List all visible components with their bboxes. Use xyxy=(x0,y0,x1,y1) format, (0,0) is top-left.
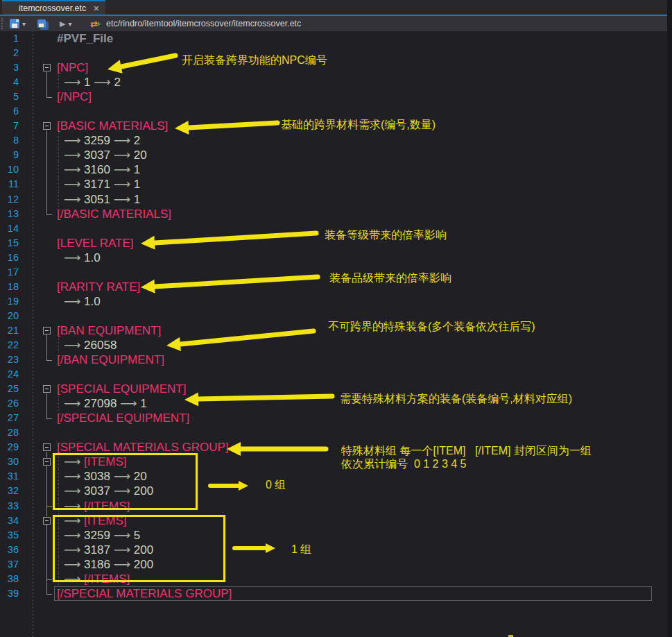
line-number: 18 xyxy=(0,280,19,294)
code-text[interactable]: [RARITY RATE] xyxy=(57,280,140,294)
code-line[interactable]: 27[/SPECIAL EQUIPMENT] xyxy=(0,411,667,425)
code-line[interactable]: 6 xyxy=(0,104,667,119)
indent-guide xyxy=(58,133,59,148)
code-line[interactable]: 1#PVF_File xyxy=(0,31,667,46)
indent-guide xyxy=(58,148,59,162)
code-line[interactable]: 8⟶ 3259 ⟶ 2 xyxy=(0,133,667,148)
code-text[interactable]: [/BAN EQUIPMENT] xyxy=(57,353,164,367)
close-icon[interactable]: × xyxy=(94,2,99,15)
code-text[interactable]: ⟶ 3171 ⟶ 1 xyxy=(64,177,140,192)
label-group-1: 1 组 xyxy=(291,543,311,556)
annotation-rarity-rate: 装备品级带来的倍率影响 xyxy=(329,271,451,284)
code-text[interactable]: #PVF_File xyxy=(57,31,113,46)
label-group-0: 0 组 xyxy=(266,478,286,491)
save-dropdown-caret-icon[interactable]: ▾ xyxy=(22,20,26,28)
code-text[interactable]: ⟶ 27098 ⟶ 1 xyxy=(64,396,147,411)
fold-collapse-box-icon[interactable] xyxy=(43,122,51,130)
code-line[interactable]: 9⟶ 3037 ⟶ 20 xyxy=(0,148,667,162)
code-line[interactable]: 5[/NPC] xyxy=(0,90,667,104)
code-line[interactable]: 10⟶ 3160 ⟶ 1 xyxy=(0,162,667,177)
line-number: 13 xyxy=(0,207,19,221)
line-number: 9 xyxy=(0,148,19,162)
code-line[interactable]: 28 xyxy=(0,425,667,440)
indent-guide xyxy=(58,338,59,353)
code-text[interactable]: ⟶ 3051 ⟶ 1 xyxy=(64,192,140,207)
fold-marker-icon[interactable] xyxy=(42,323,52,338)
code-line[interactable]: 4⟶ 1 ⟶ 2 xyxy=(0,75,667,90)
fold-marker-icon[interactable] xyxy=(42,440,52,455)
save-button[interactable]: ▾ xyxy=(10,18,26,29)
line-number: 19 xyxy=(0,294,19,309)
code-text[interactable]: [SPECIAL EQUIPMENT] xyxy=(57,382,186,396)
line-number: 26 xyxy=(0,396,19,411)
line-number: 4 xyxy=(0,75,19,90)
code-line[interactable]: 22⟶ 26058 xyxy=(0,338,667,353)
code-text[interactable]: [/NPC] xyxy=(57,90,92,104)
line-number: 14 xyxy=(0,221,19,236)
code-text[interactable]: ⟶ 3037 ⟶ 20 xyxy=(64,148,147,162)
fold-marker-icon[interactable] xyxy=(42,455,52,469)
fold-marker-icon xyxy=(42,499,52,513)
code-line[interactable]: 2 xyxy=(0,46,667,60)
code-line[interactable]: 13[/BASIC MATERIALS] xyxy=(0,207,667,221)
current-line-frame xyxy=(54,586,652,601)
fold-marker-icon xyxy=(42,338,52,353)
code-text[interactable]: ⟶ 1 ⟶ 2 xyxy=(64,75,121,90)
code-text[interactable]: ⟶ 1.0 xyxy=(64,294,101,309)
fold-marker-icon xyxy=(42,572,52,586)
fold-marker-icon[interactable] xyxy=(42,119,52,133)
annotation-group-note-line1: 特殊材料组 每一个[ITEM] [/ITEM] 封闭区间为一组 xyxy=(341,444,592,457)
code-line[interactable]: 19⟶ 1.0 xyxy=(0,294,667,309)
fold-marker-icon[interactable] xyxy=(42,382,52,396)
code-text[interactable]: ⟶ 26058 xyxy=(64,338,117,353)
code-line[interactable]: 24 xyxy=(0,367,667,382)
annotation-group-note-line2: 依次累计编号 0 1 2 3 4 5 xyxy=(341,457,467,470)
macro-button[interactable]: ▶ ▾ xyxy=(60,18,72,29)
fold-marker-icon xyxy=(42,557,52,572)
fold-marker-icon xyxy=(42,543,52,557)
code-text[interactable]: ⟶ 3160 ⟶ 1 xyxy=(64,162,140,177)
code-text[interactable]: ⟶ 3259 ⟶ 2 xyxy=(64,133,140,148)
annotation-special-equipment: 需要特殊材料方案的装备(装备编号,材料对应组) xyxy=(340,392,572,405)
code-line[interactable]: 16⟶ 1.0 xyxy=(0,250,667,265)
code-text[interactable]: [BAN EQUIPMENT] xyxy=(57,323,161,338)
save-all-button[interactable] xyxy=(37,18,46,29)
line-number: 21 xyxy=(0,323,19,338)
code-line[interactable]: 3[NPC] xyxy=(0,60,667,75)
macro-play-icon: ▶ xyxy=(60,19,65,28)
line-number: 33 xyxy=(0,499,19,513)
fold-collapse-box-icon[interactable] xyxy=(43,517,51,525)
fold-marker-icon[interactable] xyxy=(42,60,52,75)
code-text[interactable]: [NPC] xyxy=(57,60,88,75)
macro-dropdown-caret-icon[interactable]: ▾ xyxy=(68,20,71,28)
fold-collapse-box-icon[interactable] xyxy=(43,385,51,393)
code-line[interactable]: 23[/BAN EQUIPMENT] xyxy=(0,353,667,367)
line-number: 6 xyxy=(0,104,19,119)
fold-marker-icon xyxy=(42,75,52,90)
fold-collapse-box-icon[interactable] xyxy=(43,327,51,334)
notepad-window: itemcrossover.etc × ▾ ▶ ▾ ⇄ + etc/rindro… xyxy=(0,0,672,637)
line-number: 39 xyxy=(0,586,19,601)
group0-highlight-box xyxy=(53,453,198,510)
code-line[interactable]: 12⟶ 3051 ⟶ 1 xyxy=(0,192,667,207)
plugin-button[interactable]: ⇄ + xyxy=(90,18,101,29)
code-text[interactable]: [LEVEL RATE] xyxy=(57,236,134,250)
line-number: 12 xyxy=(0,192,19,207)
fold-collapse-box-icon[interactable] xyxy=(43,64,51,71)
fold-marker-icon[interactable] xyxy=(42,513,52,528)
line-number: 8 xyxy=(0,133,19,148)
toolbar-grip[interactable] xyxy=(1,18,4,29)
fold-marker-icon xyxy=(42,411,52,425)
fold-collapse-box-icon[interactable] xyxy=(43,443,51,451)
fold-collapse-box-icon[interactable] xyxy=(43,458,51,466)
line-number: 16 xyxy=(0,250,19,265)
code-text[interactable]: [/BASIC MATERIALS] xyxy=(57,207,171,221)
annotation-level-rate: 装备等级带来的倍率影响 xyxy=(325,228,447,241)
tab-itemcrossover[interactable]: itemcrossover.etc × xyxy=(2,0,105,15)
code-line[interactable]: 11⟶ 3171 ⟶ 1 xyxy=(0,177,667,192)
line-number: 32 xyxy=(0,484,19,498)
code-text[interactable]: ⟶ 1.0 xyxy=(64,250,101,265)
code-text[interactable]: [BASIC MATERIALS] xyxy=(57,119,168,133)
indent-guide xyxy=(58,396,59,411)
code-text[interactable]: [/SPECIAL EQUIPMENT] xyxy=(57,411,189,425)
